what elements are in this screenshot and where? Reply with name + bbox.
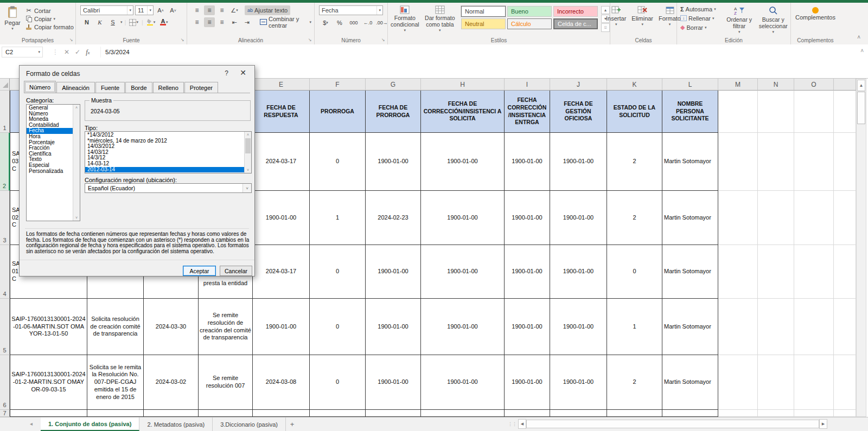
grid-cell[interactable]: 1900-01-00 [366, 299, 421, 355]
column-header-M[interactable]: M [718, 79, 758, 91]
font-size-select[interactable]: 11▾ [135, 5, 154, 15]
grid-cell[interactable]: 1900-01-00 [550, 245, 607, 299]
horizontal-scrollbar[interactable]: ◀ ▶ [518, 419, 827, 429]
fill-color-button[interactable]: ▾ [145, 17, 157, 27]
dialog-tab-relleno[interactable]: Relleno [153, 82, 184, 93]
grid-cell[interactable] [607, 410, 662, 417]
sheet-tab-diccionario[interactable]: 3.Diccionario (pasiva) [213, 417, 286, 431]
scroll-thumb[interactable] [245, 138, 251, 153]
grid-cell[interactable]: FECHA DE RESPUESTA [253, 91, 310, 133]
grid-cell[interactable] [834, 410, 856, 417]
cell-style-bueno[interactable]: Bueno [507, 6, 552, 17]
category-scrollbar[interactable]: ˄˅ [73, 105, 80, 221]
column-header-J[interactable]: J [550, 79, 607, 91]
scroll-left-icon[interactable]: ◀ [518, 419, 526, 429]
category-item[interactable]: Especial [27, 163, 73, 169]
cell-style-normal[interactable]: Normal [461, 6, 506, 17]
grid-cell[interactable]: SAIP-1760013130001-2024-01-2-MARTIN.SOT … [10, 355, 87, 410]
grid-cell[interactable] [718, 91, 758, 133]
row-header-7[interactable]: 7 [0, 410, 10, 417]
grid-cell[interactable]: 1900-01-00 [421, 191, 505, 245]
dialog-launcher-icon[interactable]: ↘ [179, 37, 186, 43]
grid-cell[interactable] [144, 410, 199, 417]
grid-cell[interactable] [505, 410, 550, 417]
scroll-up-icon[interactable]: ▲ [857, 80, 865, 91]
find-select-button[interactable]: Buscar y seleccionar▾ [756, 5, 790, 35]
column-header-O[interactable]: O [794, 79, 834, 91]
type-item[interactable]: 14/03/2012 [85, 144, 244, 150]
align-right-button[interactable]: ≡ [216, 17, 227, 27]
grid-cell[interactable]: Martin Sotomayor [662, 133, 718, 191]
grid-cell[interactable] [794, 133, 834, 191]
comma-format-button[interactable]: 000 [348, 18, 359, 28]
grid-cell[interactable] [794, 191, 834, 245]
grid-cell[interactable]: 1 [310, 191, 366, 245]
grid-cell[interactable]: FECHA DE GESTIÓN OFICIOSA [550, 91, 607, 133]
grid-cell[interactable] [834, 91, 856, 133]
grid-cell[interactable]: 1900-01-00 [550, 299, 607, 355]
scroll-right-icon[interactable]: ▶ [819, 419, 827, 429]
grid-cell[interactable]: Se remite resolución 007 [199, 355, 253, 410]
grid-cell[interactable] [794, 91, 834, 133]
grid-cell[interactable]: Se remite resolución de creación del com… [199, 299, 253, 355]
grid-cell[interactable] [758, 191, 794, 245]
grid-cell[interactable] [834, 299, 856, 355]
bold-button[interactable]: N [81, 17, 92, 27]
grid-cell[interactable]: 1900-01-00 [366, 133, 421, 191]
grid-cell[interactable]: SAIP-1760013130001-2024-01-06-MARTIN.SOT… [10, 299, 87, 355]
grid-cell[interactable]: 2024-03-17 [253, 245, 310, 299]
addins-button[interactable]: Complementos [791, 3, 840, 22]
grid-cell[interactable]: 1900-01-00 [253, 299, 310, 355]
grid-cell[interactable]: FECHA CORRECCIÓN /INSISTENCIA ENTRGA [505, 91, 550, 133]
grid-cell[interactable] [758, 91, 794, 133]
grid-cell[interactable]: FECHA DE PRORROGA [366, 91, 421, 133]
grid-cell[interactable]: 1900-01-00 [505, 191, 550, 245]
column-header-I[interactable]: I [505, 79, 550, 91]
row-header-1[interactable]: 1 [0, 91, 10, 133]
vertical-scrollbar[interactable]: ▲ [856, 79, 866, 417]
delete-cells-button[interactable]: Eliminar▾ [630, 5, 655, 28]
grid-cell[interactable] [253, 410, 310, 417]
format-painter-button[interactable]: Copiar formato [25, 23, 74, 31]
cell-style-celda-de-comprobacion[interactable]: Celda de c... [553, 18, 598, 29]
grid-cell[interactable]: 1900-01-00 [421, 133, 505, 191]
grid-cell[interactable] [718, 355, 758, 410]
dialog-launcher-icon[interactable]: ↘ [68, 37, 74, 43]
grow-font-button[interactable]: A˄ [155, 5, 166, 15]
grid-cell[interactable] [834, 133, 856, 191]
grid-cell[interactable]: Martin Sotomayor [662, 299, 718, 355]
align-top-button[interactable]: ≡ [192, 5, 202, 15]
font-family-select[interactable]: Calibri▾ [80, 5, 133, 15]
collapse-formula-bar-icon[interactable]: ˄ [860, 48, 864, 54]
column-header-H[interactable]: H [421, 79, 505, 91]
underline-button[interactable]: S [107, 17, 118, 27]
dialog-launcher-icon[interactable]: ↘ [380, 37, 386, 43]
grid-cell[interactable]: 1900-01-00 [550, 355, 607, 410]
grid-cell[interactable] [550, 410, 607, 417]
align-bottom-button[interactable]: ≡ [216, 5, 227, 15]
grid-cell[interactable]: Solicita se le remita la Resolución No. … [87, 355, 144, 410]
dialog-tab-proteger[interactable]: Proteger [184, 82, 218, 93]
grid-cell[interactable] [199, 410, 253, 417]
grid-cell[interactable]: 1900-01-00 [421, 355, 505, 410]
formula-input[interactable]: 5/3/2024 [100, 47, 130, 57]
grid-cell[interactable] [10, 410, 87, 417]
grid-cell[interactable] [758, 245, 794, 299]
grid-cell[interactable] [758, 355, 794, 410]
scroll-up-icon[interactable]: ˄ [73, 105, 80, 111]
grid-cell[interactable]: FECHA DE CORRECCIÓN/INSISTENCI A SOLICIT… [421, 91, 505, 133]
grid-cell[interactable]: 1900-01-00 [366, 245, 421, 299]
number-format-select[interactable]: Fecha▾ [319, 5, 383, 15]
align-center-button[interactable]: ≡ [204, 17, 215, 27]
copy-button[interactable]: Copiar▾ [25, 15, 74, 23]
dialog-tab-borde[interactable]: Borde [125, 82, 152, 93]
sort-filter-button[interactable]: AZ Ordenar y filtrar▾ [723, 5, 756, 35]
grid-cell[interactable]: Martin Sotomayor [662, 245, 718, 299]
align-left-button[interactable]: ≡ [192, 17, 202, 27]
column-header-L[interactable]: L [662, 79, 718, 91]
select-all-corner[interactable] [0, 79, 10, 91]
type-item[interactable]: 14-03-12 [85, 161, 244, 167]
increase-indent-button[interactable]: ⇥ [241, 17, 252, 27]
grid-cell[interactable] [834, 355, 856, 410]
row-header-3[interactable]: 3 [0, 191, 10, 245]
